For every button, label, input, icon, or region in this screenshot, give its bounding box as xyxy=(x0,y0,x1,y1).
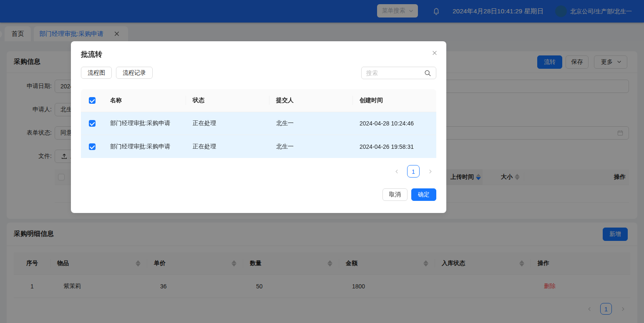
column-header-label: 名称 xyxy=(110,97,122,104)
flow-record-button[interactable]: 流程记录 xyxy=(116,67,153,79)
column-header-label: 状态 xyxy=(193,97,204,104)
chevron-left-icon xyxy=(395,169,399,174)
flow-chart-button[interactable]: 流程图 xyxy=(81,67,112,79)
col-created-header: 创建时间 xyxy=(353,89,436,112)
cell-status: 正在处理 xyxy=(186,135,269,158)
col-status-header: 状态 xyxy=(186,89,269,112)
cell-submitter: 北生一 xyxy=(269,112,353,135)
cancel-button[interactable]: 取消 xyxy=(382,188,408,201)
modal-pagination: 1 xyxy=(390,165,436,178)
col-name-header: 名称 xyxy=(103,89,186,112)
row-checkbox[interactable] xyxy=(89,143,96,150)
modal-table-header: 名称 状态 提交人 创建时间 xyxy=(81,89,436,112)
cell-name: 部门经理审批:采购申请 xyxy=(103,135,186,158)
modal-search-input[interactable] xyxy=(366,70,424,76)
modal-table-row[interactable]: 部门经理审批:采购申请 正在处理 北生一 2024-04-28 10:24:46 xyxy=(81,112,436,135)
select-all-checkbox[interactable] xyxy=(89,97,96,104)
row-checkbox[interactable] xyxy=(89,120,96,127)
col-submitter-header: 提交人 xyxy=(269,89,353,112)
page-number-1[interactable]: 1 xyxy=(407,165,420,178)
ok-button[interactable]: 确定 xyxy=(411,188,436,201)
search-icon[interactable] xyxy=(424,70,431,77)
prev-page-button[interactable] xyxy=(390,165,403,178)
modal-title: 批流转 xyxy=(81,50,102,59)
next-page-button[interactable] xyxy=(424,165,436,178)
batch-transfer-modal: 批流转 流程图 流程记录 名称 状态 提交人 创建时间 部门经理审批:采购申请 … xyxy=(71,41,446,213)
chevron-right-icon xyxy=(428,169,433,174)
modal-close-icon[interactable] xyxy=(432,50,438,56)
column-header-label: 提交人 xyxy=(276,97,294,104)
modal-table: 名称 状态 提交人 创建时间 部门经理审批:采购申请 正在处理 北生一 2024… xyxy=(81,89,436,158)
cell-created: 2024-04-28 10:24:46 xyxy=(353,112,436,135)
cell-submitter: 北生一 xyxy=(269,135,353,158)
cell-name: 部门经理审批:采购申请 xyxy=(103,112,186,135)
modal-search-box xyxy=(361,67,436,79)
cell-created: 2024-04-26 19:58:31 xyxy=(353,135,436,158)
modal-table-row[interactable]: 部门经理审批:采购申请 正在处理 北生一 2024-04-26 19:58:31 xyxy=(81,135,436,158)
cell-status: 正在处理 xyxy=(186,112,269,135)
column-header-label: 创建时间 xyxy=(360,97,383,104)
